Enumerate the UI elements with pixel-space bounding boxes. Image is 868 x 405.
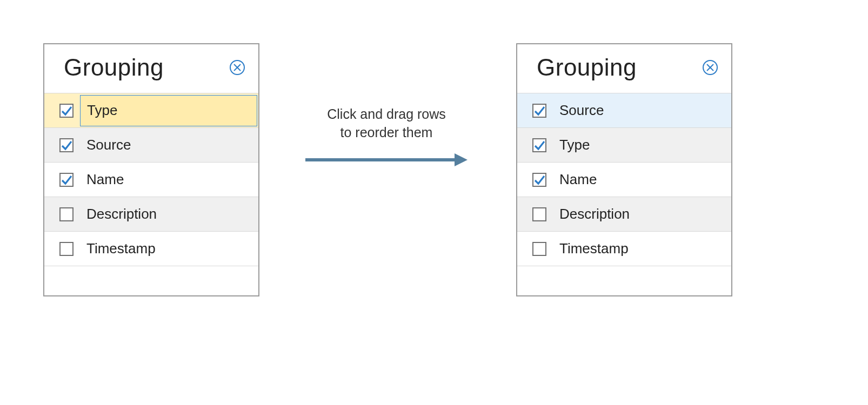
checkbox[interactable]	[59, 104, 74, 118]
grouping-row[interactable]: Name	[517, 162, 731, 197]
grouping-row-label: Type	[559, 137, 590, 153]
grouping-row[interactable]: Description	[44, 197, 258, 231]
svg-rect-13	[533, 104, 546, 117]
checkbox[interactable]	[532, 104, 546, 118]
grouping-row-label: Source	[86, 137, 131, 153]
grouping-panel-after: Grouping Source	[516, 43, 732, 296]
grouping-row[interactable]: Type	[517, 127, 731, 162]
close-icon[interactable]	[229, 59, 245, 76]
svg-rect-6	[60, 208, 73, 221]
svg-rect-14	[533, 139, 546, 152]
grouping-panel-before: Grouping Type	[43, 43, 259, 296]
svg-rect-4	[60, 139, 73, 152]
panel-header: Grouping	[44, 44, 258, 93]
svg-rect-15	[533, 173, 546, 186]
checkbox[interactable]	[59, 242, 74, 256]
svg-rect-3	[60, 104, 73, 117]
svg-rect-7	[60, 242, 73, 255]
panel-title: Grouping	[537, 54, 637, 81]
panel-footer	[517, 266, 731, 295]
grouping-row-label: Description	[559, 206, 630, 222]
checkbox[interactable]	[532, 242, 546, 256]
checkbox[interactable]	[59, 173, 74, 187]
svg-rect-17	[533, 242, 546, 255]
grouping-row[interactable]: Type	[44, 93, 258, 127]
checkbox[interactable]	[59, 138, 74, 152]
checkbox[interactable]	[532, 138, 546, 152]
arrow-right-icon	[305, 152, 468, 168]
close-icon[interactable]	[702, 59, 718, 76]
grouping-row[interactable]: Timestamp	[517, 231, 731, 266]
grouping-row-label: Name	[86, 171, 124, 188]
grouping-row-label: Source	[559, 102, 604, 119]
grouping-row-label: Timestamp	[86, 240, 156, 257]
instruction-block: Click and drag rows to reorder them	[295, 105, 478, 170]
panel-title: Grouping	[64, 54, 164, 81]
svg-rect-16	[533, 208, 546, 221]
panel-header: Grouping	[517, 44, 731, 93]
checkbox[interactable]	[532, 207, 546, 221]
grouping-row[interactable]: Name	[44, 162, 258, 197]
grouping-row[interactable]: Timestamp	[44, 231, 258, 266]
grouping-row-label: Name	[559, 171, 597, 188]
svg-rect-5	[60, 173, 73, 186]
grouping-row-label: Description	[86, 206, 157, 222]
grouping-row[interactable]: Source	[44, 127, 258, 162]
grouping-row[interactable]: Description	[517, 197, 731, 231]
grouping-row-label: Type	[87, 102, 117, 119]
grouping-row[interactable]: Source	[517, 93, 731, 127]
panel-footer	[44, 266, 258, 295]
grouping-row-label: Timestamp	[559, 240, 629, 257]
grouping-rows: Type Source N	[44, 93, 258, 266]
checkbox[interactable]	[59, 207, 74, 221]
instruction-text: Click and drag rows to reorder them	[295, 105, 478, 142]
checkbox[interactable]	[532, 173, 546, 187]
svg-marker-9	[455, 153, 468, 166]
grouping-rows: Source Type Name	[517, 93, 731, 266]
